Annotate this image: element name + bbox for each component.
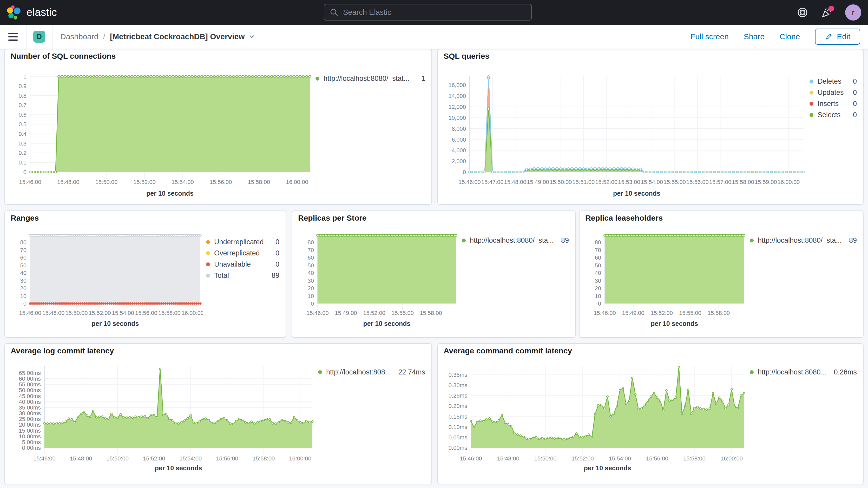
legend-item[interactable]: Deletes0	[809, 77, 857, 86]
svg-text:4,000: 4,000	[452, 147, 466, 154]
edit-button[interactable]: Edit	[815, 29, 860, 45]
legend-label: Updates	[817, 89, 844, 97]
sql-queries-chart[interactable]: 15:46:0015:47:0015:48:0015:49:0015:50:00…	[441, 66, 806, 204]
replicas-per-store-chart[interactable]: 15:46:0015:49:0015:52:0015:55:0015:58:00…	[296, 227, 459, 337]
legend-item[interactable]: Underreplicated0	[206, 238, 279, 246]
svg-text:80: 80	[595, 239, 601, 246]
legend-label: Unavailable	[214, 261, 251, 268]
legend-value: 89	[269, 272, 279, 280]
svg-text:15:52:00: 15:52:00	[143, 455, 165, 462]
share-button[interactable]: Share	[744, 32, 765, 41]
svg-text:0.35ms: 0.35ms	[448, 372, 467, 378]
pencil-icon	[825, 33, 833, 40]
svg-text:6,000: 6,000	[452, 136, 466, 143]
breadcrumb-separator: /	[103, 32, 105, 41]
menu-button[interactable]	[0, 25, 26, 49]
svg-text:15:50:00: 15:50:00	[95, 179, 118, 185]
panel-title[interactable]: Average log commit latency	[11, 346, 114, 355]
ranges-chart[interactable]: 15:46:0015:48:0015:50:0015:52:0015:54:00…	[8, 227, 203, 337]
legend-label: Overreplicated	[214, 249, 260, 257]
svg-text:15:56:00: 15:56:00	[646, 455, 669, 462]
svg-text:15:46:00: 15:46:00	[306, 310, 329, 316]
svg-text:10: 10	[20, 293, 27, 299]
legend-value: 0.26ms	[831, 368, 857, 376]
space-badge[interactable]: D	[33, 31, 45, 42]
help-button[interactable]	[796, 6, 809, 19]
svg-text:15:52:00: 15:52:00	[595, 179, 618, 185]
panel-title[interactable]: Average command commit latency	[444, 346, 572, 355]
breadcrumb-current[interactable]: [Metricbeat CockroachDB] Overview	[110, 32, 255, 41]
svg-text:0.9: 0.9	[19, 83, 27, 89]
svg-text:10: 10	[308, 293, 314, 299]
chart-legend: Underreplicated0Overreplicated0Unavailab…	[206, 238, 279, 280]
svg-text:15:58:00: 15:58:00	[253, 455, 275, 462]
panel-title[interactable]: Ranges	[11, 214, 39, 222]
svg-text:per 10 seconds: per 10 seconds	[363, 320, 410, 327]
svg-text:0: 0	[23, 300, 27, 307]
panel-title[interactable]: Number of SQL connections	[11, 52, 116, 61]
panel-title[interactable]: SQL queries	[444, 52, 489, 61]
svg-text:15:57:00: 15:57:00	[709, 179, 732, 185]
legend-label: http://localhost:8080/_stat...	[323, 74, 409, 83]
replica-leaseholders-chart[interactable]: 15:46:0015:49:0015:52:0015:55:0015:58:00…	[583, 227, 747, 337]
command-commit-latency-chart[interactable]: 15:46:0015:48:0015:50:0015:52:0015:54:00…	[441, 360, 747, 483]
breadcrumb-dashboard[interactable]: Dashboard	[60, 32, 98, 41]
sql-connections-chart[interactable]: 15:46:0015:48:0015:50:0015:52:0015:54:00…	[8, 66, 312, 204]
panel-title[interactable]: Replica leaseholders	[585, 214, 663, 222]
legend-label: Total	[214, 272, 229, 280]
legend-item[interactable]: Unavailable0	[206, 260, 279, 269]
legend-value: 0	[850, 78, 857, 86]
legend-item[interactable]: http://localhost:8080/_sta...89	[462, 236, 569, 245]
legend-item[interactable]: http://localhost:8080/_stat...1	[315, 74, 425, 83]
chart-legend: http://localhost:8080...0.26ms	[750, 368, 857, 376]
svg-text:0.7: 0.7	[19, 102, 27, 109]
legend-item[interactable]: Overreplicated0	[206, 249, 279, 257]
panel-sql-connections: Number of SQL connections 15:46:0015:48:…	[4, 49, 432, 205]
panel-title[interactable]: Replicas per Store	[298, 214, 366, 222]
legend-item[interactable]: Updates0	[809, 88, 857, 97]
svg-text:20: 20	[595, 285, 601, 292]
panel-log-commit-latency: Average log commit latency 15:46:0015:48…	[4, 343, 432, 484]
svg-text:10: 10	[595, 293, 601, 299]
svg-text:20: 20	[20, 285, 27, 292]
elastic-logo[interactable]: elastic	[0, 5, 57, 20]
legend-value: 22.74ms	[396, 368, 425, 376]
svg-text:0: 0	[463, 169, 466, 175]
legend-value: 0	[850, 89, 857, 97]
legend-swatch-icon	[809, 80, 813, 84]
legend-item[interactable]: http://localhost:8080...0.26ms	[750, 368, 857, 376]
svg-text:0.00ms: 0.00ms	[448, 445, 467, 451]
panel-command-commit-latency: Average command commit latency 15:46:001…	[437, 343, 864, 484]
legend-value: 89	[558, 237, 569, 245]
svg-text:60: 60	[308, 254, 314, 261]
svg-text:8,000: 8,000	[452, 125, 466, 132]
legend-item[interactable]: Selects0	[809, 111, 857, 119]
search-icon	[330, 8, 338, 17]
svg-text:0.20ms: 0.20ms	[448, 403, 467, 409]
legend-item[interactable]: http://localhost:8080/_sta...89	[750, 236, 857, 245]
svg-text:15:52:00: 15:52:00	[650, 310, 673, 316]
legend-item[interactable]: http://localhost:808...22.74ms	[318, 368, 425, 376]
log-commit-latency-chart[interactable]: 15:46:0015:48:0015:50:0015:52:0015:54:00…	[8, 360, 315, 483]
svg-text:15:51:00: 15:51:00	[572, 179, 595, 185]
user-avatar[interactable]: r	[845, 4, 861, 21]
legend-value: 0	[273, 249, 279, 257]
legend-swatch-icon	[318, 370, 322, 374]
svg-text:15:58:00: 15:58:00	[158, 310, 181, 316]
chevron-down-icon	[248, 33, 255, 40]
search-input[interactable]	[343, 8, 526, 17]
panel-replica-leaseholders: Replica leaseholders 15:46:0015:49:0015:…	[579, 211, 864, 338]
svg-text:16:00:00: 16:00:00	[181, 310, 203, 316]
svg-text:15:50:00: 15:50:00	[65, 310, 88, 316]
svg-text:60: 60	[595, 254, 601, 261]
svg-text:40: 40	[595, 270, 601, 276]
legend-value: 0	[850, 100, 857, 108]
legend-item[interactable]: Total89	[206, 271, 279, 280]
global-search[interactable]	[324, 4, 532, 21]
svg-text:per 10 seconds: per 10 seconds	[651, 320, 698, 327]
clone-button[interactable]: Clone	[780, 32, 800, 41]
full-screen-button[interactable]: Full screen	[690, 32, 729, 41]
legend-swatch-icon	[206, 251, 210, 255]
newsfeed-button[interactable]	[821, 6, 833, 19]
legend-item[interactable]: Inserts0	[809, 99, 857, 108]
